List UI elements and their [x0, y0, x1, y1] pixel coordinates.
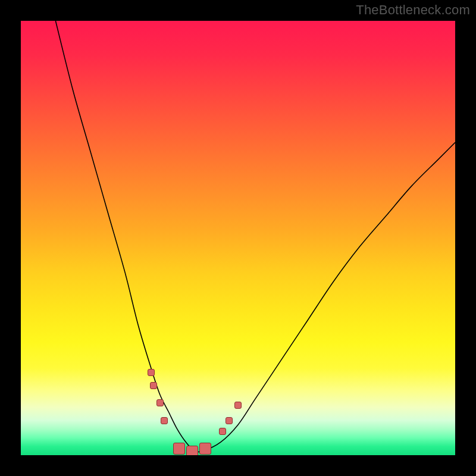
bottleneck-curve — [55, 21, 455, 452]
marker-left-shoulder-1 — [150, 382, 157, 389]
marker-trough-6 — [199, 443, 211, 455]
marker-trough-5 — [186, 446, 198, 455]
marker-left-shoulder-2 — [156, 399, 164, 406]
curve-svg — [21, 21, 455, 455]
chart-frame: TheBottleneck.com — [0, 0, 476, 476]
marker-left-shoulder-0 — [148, 369, 155, 376]
marker-trough-4 — [173, 443, 185, 455]
watermark-text: TheBottleneck.com — [356, 2, 470, 18]
marker-right-shoulder-7 — [219, 428, 226, 435]
marker-right-shoulder-9 — [234, 402, 242, 409]
marker-right-shoulder-8 — [226, 417, 233, 424]
plot-area — [21, 21, 455, 455]
marker-left-shoulder-3 — [161, 417, 168, 424]
